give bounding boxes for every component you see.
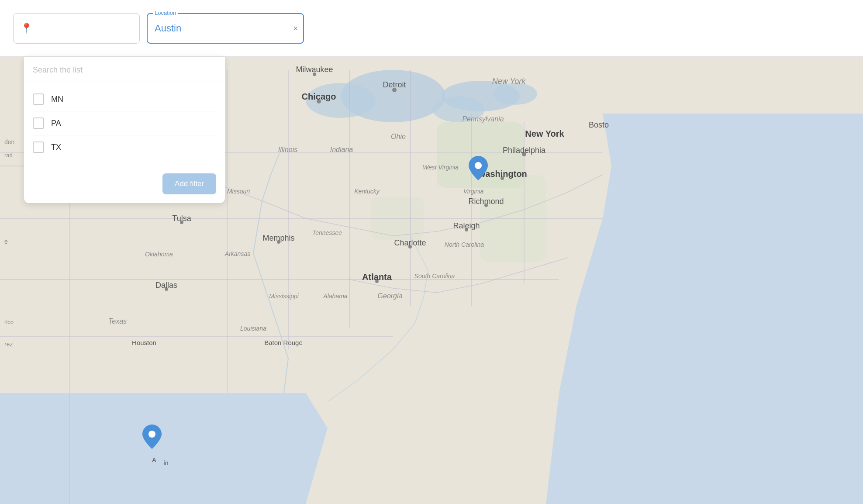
add-filter-row: Add filter xyxy=(24,168,225,196)
svg-text:Oklahoma: Oklahoma xyxy=(145,251,173,258)
search-input[interactable] xyxy=(33,66,216,75)
checkbox-mn[interactable] xyxy=(33,93,44,105)
svg-text:Richmond: Richmond xyxy=(468,197,504,206)
svg-text:Memphis: Memphis xyxy=(262,234,294,242)
search-box xyxy=(24,57,225,82)
location-pin-input[interactable]: 📍 xyxy=(13,13,140,44)
svg-text:New York: New York xyxy=(525,129,564,138)
svg-text:Philadelphia: Philadelphia xyxy=(503,146,546,155)
checkbox-pa[interactable] xyxy=(33,117,44,129)
svg-text:Atlanta: Atlanta xyxy=(362,272,392,282)
svg-text:Illinois: Illinois xyxy=(278,146,297,153)
svg-text:Bosto: Bosto xyxy=(589,121,609,129)
svg-text:e: e xyxy=(4,238,8,245)
svg-text:Chicago: Chicago xyxy=(302,92,336,101)
svg-text:Virginia: Virginia xyxy=(463,188,484,195)
svg-text:Missouri: Missouri xyxy=(227,188,250,195)
svg-point-6 xyxy=(494,83,537,105)
svg-text:den: den xyxy=(4,138,14,145)
svg-point-77 xyxy=(148,431,155,438)
svg-text:West Virginia: West Virginia xyxy=(423,164,459,171)
svg-text:Georgia: Georgia xyxy=(378,292,403,300)
checkbox-list: MN PA TX xyxy=(24,82,225,164)
svg-text:Tulsa: Tulsa xyxy=(172,214,191,223)
svg-text:rad: rad xyxy=(4,152,13,159)
svg-text:Charlotte: Charlotte xyxy=(394,238,426,247)
svg-text:Alabama: Alabama xyxy=(323,293,347,300)
svg-text:Mississippi: Mississippi xyxy=(269,293,299,300)
checkbox-tx-label: TX xyxy=(51,143,61,152)
svg-text:Kentucky: Kentucky xyxy=(354,188,380,195)
dropdown-panel: MN PA TX Add filter xyxy=(24,57,225,203)
svg-text:Louisiana: Louisiana xyxy=(240,325,266,332)
svg-text:Pennsylvania: Pennsylvania xyxy=(462,115,504,123)
svg-text:Baton Rouge: Baton Rouge xyxy=(264,339,303,346)
svg-text:Ohio: Ohio xyxy=(391,133,406,140)
list-item[interactable]: MN xyxy=(33,87,216,111)
svg-text:Texas: Texas xyxy=(108,318,127,325)
location-chip-value: Austin xyxy=(155,23,296,34)
svg-text:North Carolina: North Carolina xyxy=(445,241,484,248)
list-item[interactable]: PA xyxy=(33,111,216,135)
svg-text:in: in xyxy=(164,459,169,466)
checkbox-pa-label: PA xyxy=(51,119,61,128)
svg-text:Houston: Houston xyxy=(132,339,156,346)
list-item[interactable]: TX xyxy=(33,135,216,159)
svg-text:South Carolina: South Carolina xyxy=(414,273,455,280)
svg-text:Indiana: Indiana xyxy=(330,146,353,153)
location-chip-label: Location xyxy=(153,10,178,16)
svg-text:Milwaukee: Milwaukee xyxy=(296,65,333,74)
svg-text:New York: New York xyxy=(492,77,526,86)
svg-text:A: A xyxy=(152,456,156,463)
checkbox-tx[interactable] xyxy=(33,142,44,153)
svg-text:Tennessee: Tennessee xyxy=(312,229,342,236)
checkbox-mn-label: MN xyxy=(51,95,63,104)
add-filter-button[interactable]: Add filter xyxy=(162,173,216,194)
svg-text:Dallas: Dallas xyxy=(155,281,177,290)
svg-text:rico: rico xyxy=(4,319,14,325)
svg-point-79 xyxy=(475,162,482,169)
toolbar: 📍 Location Austin × xyxy=(0,0,863,57)
svg-text:rez: rez xyxy=(4,341,13,348)
svg-text:Arkansas: Arkansas xyxy=(224,250,250,257)
location-chip[interactable]: Location Austin × xyxy=(147,13,304,44)
close-icon[interactable]: × xyxy=(293,24,298,33)
svg-text:Raleigh: Raleigh xyxy=(453,221,480,230)
svg-text:Detroit: Detroit xyxy=(383,80,406,89)
pin-icon: 📍 xyxy=(21,23,32,34)
svg-marker-8 xyxy=(0,393,328,504)
